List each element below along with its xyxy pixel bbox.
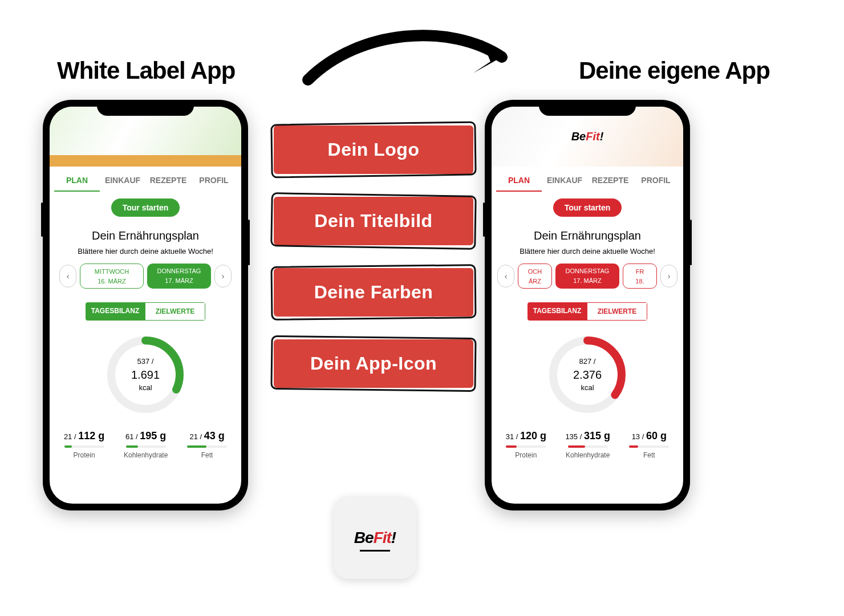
arrow-icon: [291, 17, 530, 97]
app-screen-left: PLAN EINKAUF REZEPTE PROFIL Tour starten…: [50, 107, 241, 504]
kcal-current: 537 /: [131, 356, 160, 367]
hero-logo: BeFit!: [571, 130, 604, 143]
segment-tagesbilanz[interactable]: TAGESBILANZ: [528, 302, 587, 321]
macro-label: Protein: [506, 451, 546, 459]
day-card-active[interactable]: DONNERSTAG 17. MÄRZ: [555, 264, 619, 289]
macro-bar: [629, 445, 638, 448]
kcal-ring: 827 / 2.376 kcal: [545, 332, 630, 418]
tab-rezepte[interactable]: REZEPTE: [587, 172, 633, 192]
day-weekday: FR: [629, 267, 651, 277]
plan-title: Dein Ernährungsplan: [492, 229, 683, 242]
macro-label: Kohlenhydrate: [565, 451, 610, 459]
macro-target: 120 g: [520, 430, 546, 441]
tab-rezepte[interactable]: REZEPTE: [145, 172, 191, 192]
day-date: 17. MÄRZ: [153, 276, 205, 286]
macro-current: 31: [506, 432, 514, 441]
day-card-prev[interactable]: OCH ÄRZ: [518, 264, 552, 289]
macro-bar: [64, 445, 72, 448]
macro-target: 195 g: [140, 430, 166, 441]
day-weekday: DONNERSTAG: [561, 266, 614, 276]
segment-zielwerte[interactable]: ZIELWERTE: [145, 302, 205, 321]
macro-target: 43 g: [204, 430, 225, 441]
day-selector: ‹ MITTWOCH 16. MÄRZ DONNERSTAG 17. MÄRZ …: [50, 264, 241, 289]
heading-white-label: White Label App: [57, 57, 235, 84]
macro-protein: 21 / 112 g Protein: [64, 430, 104, 459]
segment-control: TAGESBILANZ ZIELWERTE: [528, 302, 647, 321]
kcal-ring: 537 / 1.691 kcal: [103, 332, 188, 418]
kcal-target: 2.376: [573, 367, 602, 383]
macro-bar: [506, 445, 516, 448]
macro-current: 21: [189, 432, 197, 441]
macro-fat: 21 / 43 g Fett: [187, 430, 227, 459]
phone-mockup-own-app: BeFit! PLAN EINKAUF REZEPTE PROFIL Tour …: [485, 100, 690, 510]
macro-label: Fett: [187, 451, 227, 459]
plan-subtitle: Blättere hier durch deine aktuelle Woche…: [492, 247, 683, 256]
kcal-unit: kcal: [573, 383, 602, 393]
day-next-button[interactable]: ›: [660, 265, 677, 287]
phone-mockup-white-label: PLAN EINKAUF REZEPTE PROFIL Tour starten…: [43, 100, 248, 510]
kcal-current: 827 /: [573, 356, 602, 367]
tab-einkauf[interactable]: EINKAUF: [100, 172, 145, 192]
tab-einkauf[interactable]: EINKAUF: [542, 172, 587, 192]
macro-bar: [126, 445, 139, 448]
macro-carbs: 61 / 195 g Kohlenhydrate: [124, 430, 168, 459]
befit-logo: BeFit!: [354, 529, 396, 547]
day-date: 16. MÄRZ: [86, 277, 137, 286]
segment-control: TAGESBILANZ ZIELWERTE: [86, 302, 205, 321]
plan-title: Dein Ernährungsplan: [50, 229, 241, 242]
day-card-active[interactable]: DONNERSTAG 17. MÄRZ: [147, 264, 211, 289]
logo-part-be: Be: [354, 529, 374, 546]
day-selector: ‹ OCH ÄRZ DONNERSTAG 17. MÄRZ FR 18. ›: [492, 264, 683, 289]
feature-logo: Dein Logo: [274, 125, 473, 174]
day-prev-button[interactable]: ‹: [497, 265, 514, 287]
logo-part-fit: Fit: [374, 529, 391, 546]
feature-list: Dein Logo Dein Titelbild Deine Farben De…: [274, 125, 473, 411]
macros-row: 21 / 112 g Protein 61 / 195 g Kohlenhydr…: [50, 430, 241, 459]
macro-target: 112 g: [78, 430, 104, 441]
feature-farben: Deine Farben: [274, 268, 473, 317]
tab-plan[interactable]: PLAN: [54, 172, 100, 192]
macro-fat: 13 / 60 g Fett: [629, 430, 669, 459]
day-prev-button[interactable]: ‹: [59, 265, 76, 287]
kcal-target: 1.691: [131, 367, 160, 383]
macro-current: 135: [565, 432, 578, 441]
day-card-next[interactable]: FR 18.: [623, 264, 657, 289]
macro-bar: [187, 445, 206, 448]
macro-carbs: 135 / 315 g Kohlenhydrate: [565, 430, 610, 459]
macro-current: 61: [125, 432, 133, 441]
day-next-button[interactable]: ›: [214, 265, 232, 287]
macro-target: 315 g: [584, 430, 610, 441]
day-date: 17. MÄRZ: [561, 276, 614, 286]
app-icon-preview: BeFit!: [334, 496, 416, 579]
segment-tagesbilanz[interactable]: TAGESBILANZ: [86, 302, 145, 321]
tour-start-button[interactable]: Tour starten: [111, 198, 180, 217]
tab-plan[interactable]: PLAN: [496, 172, 542, 192]
logo-part-bang: !: [391, 529, 396, 546]
macros-row: 31 / 120 g Protein 135 / 315 g Kohlenhyd…: [492, 430, 683, 459]
day-weekday: MITTWOCH: [86, 267, 137, 277]
heading-own-app: Deine eigene App: [579, 57, 770, 84]
day-weekday: DONNERSTAG: [153, 266, 205, 276]
macro-label: Fett: [629, 451, 669, 459]
plan-subtitle: Blättere hier durch deine aktuelle Woche…: [50, 247, 241, 256]
macro-current: 13: [632, 432, 640, 441]
macro-label: Kohlenhydrate: [124, 451, 168, 459]
macro-bar: [568, 445, 585, 448]
tab-bar: PLAN EINKAUF REZEPTE PROFIL: [50, 167, 241, 192]
macro-current: 21: [64, 432, 72, 441]
tour-start-button[interactable]: Tour starten: [553, 198, 622, 217]
kcal-unit: kcal: [131, 383, 160, 393]
day-date: 18.: [629, 277, 651, 286]
feature-titelbild: Dein Titelbild: [274, 197, 473, 245]
segment-zielwerte[interactable]: ZIELWERTE: [587, 302, 647, 321]
macro-protein: 31 / 120 g Protein: [506, 430, 546, 459]
phone-notch: [97, 100, 194, 116]
day-weekday: OCH: [524, 267, 546, 277]
macro-target: 60 g: [646, 430, 667, 441]
macro-label: Protein: [64, 451, 104, 459]
day-card-prev[interactable]: MITTWOCH 16. MÄRZ: [80, 264, 144, 289]
tab-profil[interactable]: PROFIL: [191, 172, 237, 192]
tab-bar: PLAN EINKAUF REZEPTE PROFIL: [492, 167, 683, 192]
app-screen-right: BeFit! PLAN EINKAUF REZEPTE PROFIL Tour …: [492, 107, 683, 504]
tab-profil[interactable]: PROFIL: [633, 172, 679, 192]
